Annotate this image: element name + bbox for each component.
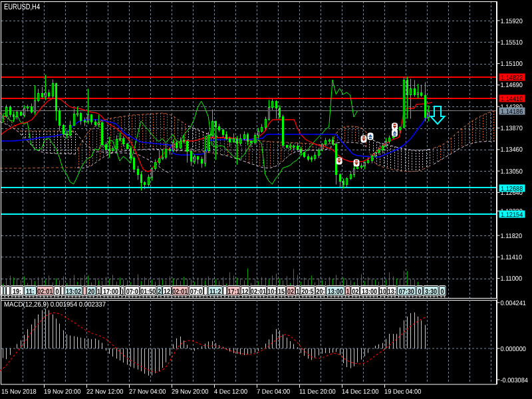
svg-text:1.15920: 1.15920 [501, 18, 523, 25]
svg-text:0.004241: 0.004241 [501, 300, 527, 307]
svg-text:0.000000: 0.000000 [501, 346, 527, 353]
svg-text:1.11410: 1.11410 [501, 254, 523, 261]
svg-text:0: 0 [418, 288, 421, 296]
svg-text:14 Dec 12:00: 14 Dec 12:00 [342, 388, 379, 396]
svg-text:02: 02 [352, 288, 358, 296]
svg-text:12: 12 [242, 288, 249, 296]
svg-text:02:01: 02:01 [37, 288, 53, 296]
svg-text:11:: 11: [26, 288, 35, 296]
svg-text:11:2: 11:2 [209, 288, 221, 296]
svg-text:): ) [122, 288, 124, 296]
svg-text:1.13050: 1.13050 [501, 168, 523, 176]
svg-text:13:00: 13:00 [362, 288, 377, 296]
svg-text:1.14822: 1.14822 [501, 74, 523, 82]
svg-text:1.15510: 1.15510 [501, 39, 523, 47]
svg-text:20:: 20: [316, 288, 325, 296]
svg-text:02:01: 02:01 [251, 288, 266, 296]
svg-text:07:0: 07:0 [190, 288, 202, 296]
svg-text:0: 0 [441, 288, 444, 296]
svg-text:01:50: 01:50 [140, 288, 156, 296]
svg-text:11 Dec 20:00: 11 Dec 20:00 [299, 388, 336, 396]
svg-text:17:00: 17:00 [103, 288, 118, 296]
svg-text:10:: 10: [267, 288, 276, 296]
svg-text:15: 15 [278, 288, 285, 296]
svg-text:4 Dec 12:00: 4 Dec 12:00 [214, 388, 248, 396]
svg-text:13:02: 13:02 [66, 288, 81, 296]
svg-text:07:0: 07:0 [126, 288, 138, 296]
svg-text:19:: 19: [13, 288, 21, 296]
svg-text:1.14186: 1.14186 [501, 108, 523, 116]
svg-text:20: 20 [88, 288, 94, 296]
svg-text:02: 02 [287, 288, 294, 296]
svg-text:27 Nov 04:00: 27 Nov 04:00 [129, 388, 166, 396]
svg-text:22 Nov 12:00: 22 Nov 12:00 [86, 388, 124, 396]
svg-text:1.13870: 1.13870 [501, 125, 523, 132]
svg-text:EURUSD,H4: EURUSD,H4 [4, 2, 40, 11]
svg-text:-0.003084: -0.003084 [501, 377, 529, 384]
svg-text:17:1: 17:1 [227, 288, 239, 296]
svg-text:1.12154: 1.12154 [501, 211, 523, 219]
svg-text:13:: 13: [388, 288, 396, 296]
svg-text:13:00: 13:00 [328, 288, 343, 296]
svg-text:12: 12 [164, 288, 170, 296]
svg-text:1.15100: 1.15100 [501, 61, 523, 68]
svg-text:3:30: 3:30 [425, 288, 437, 296]
svg-text:1: 1 [97, 288, 100, 296]
svg-text:1.14690: 1.14690 [501, 82, 523, 89]
svg-text:10: 10 [380, 288, 386, 296]
svg-text:1: 1 [296, 288, 299, 296]
svg-text:0: 0 [55, 288, 59, 296]
svg-text:07:30: 07:30 [399, 288, 414, 296]
svg-text:1.14410: 1.14410 [501, 96, 523, 103]
svg-text:20:5: 20:5 [302, 288, 314, 296]
svg-text:2: 2 [158, 288, 161, 296]
svg-text:02:01: 02:01 [172, 288, 188, 296]
svg-text:15 Nov 2018: 15 Nov 2018 [1, 388, 37, 396]
svg-text:1: 1 [346, 288, 349, 296]
svg-text:19 Nov 20:00: 19 Nov 20:00 [44, 388, 81, 396]
svg-text:1.13460: 1.13460 [501, 146, 523, 154]
svg-text:1.11000: 1.11000 [501, 275, 523, 283]
svg-text:1.12688: 1.12688 [501, 186, 523, 193]
svg-text:29 Nov 20:00: 29 Nov 20:00 [172, 388, 209, 396]
svg-text:19 Dec 04:00: 19 Dec 04:00 [384, 388, 422, 396]
svg-text:MACD(12,26,9) 0.001954 0.00233: MACD(12,26,9) 0.001954 0.002337 [4, 301, 106, 309]
svg-text:1.11820: 1.11820 [501, 233, 523, 240]
svg-text:7 Dec 04:00: 7 Dec 04:00 [257, 388, 291, 396]
